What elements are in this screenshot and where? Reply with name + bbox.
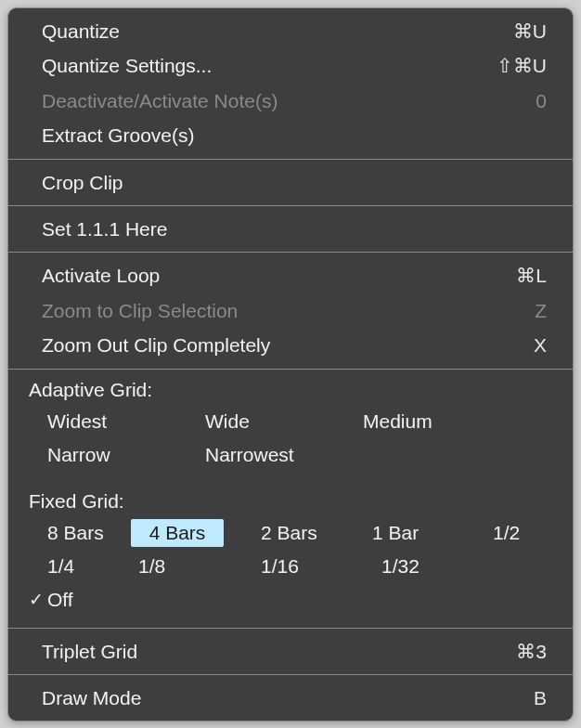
grid-option-2bars[interactable]: 2 Bars bbox=[224, 519, 344, 547]
fixed-grid-group: Fixed Grid: 8 Bars 4 Bars 2 Bars 1 Bar 1… bbox=[8, 477, 573, 622]
menu-section-crop: Crop Clip bbox=[8, 160, 573, 206]
menu-item-quantize-settings[interactable]: Quantize Settings... ⇧⌘U bbox=[8, 48, 573, 83]
menu-item-quantize[interactable]: Quantize ⌘U bbox=[8, 14, 573, 48]
grid-option-quarter[interactable]: 1/4 bbox=[29, 552, 131, 580]
menu-shortcut: X bbox=[534, 332, 547, 358]
menu-label: Deactivate/Activate Note(s) bbox=[42, 87, 278, 114]
grid-option-narrow[interactable]: Narrow bbox=[29, 441, 187, 469]
menu-section-quantize: Quantize ⌘U Quantize Settings... ⇧⌘U Dea… bbox=[8, 8, 573, 160]
menu-label: Set 1.1.1 Here bbox=[42, 215, 167, 242]
menu-item-crop-clip[interactable]: Crop Clip bbox=[8, 165, 573, 200]
menu-section-triplet: Triplet Grid ⌘3 bbox=[8, 629, 573, 675]
adaptive-grid-group: Adaptive Grid: Widest Wide Medium Narrow… bbox=[8, 375, 573, 477]
menu-item-extract-groove[interactable]: Extract Groove(s) bbox=[8, 118, 573, 152]
menu-item-zoom-selection: Zoom to Clip Selection Z bbox=[8, 293, 573, 328]
grid-option-wide[interactable]: Wide bbox=[187, 408, 344, 436]
grid-option-narrowest[interactable]: Narrowest bbox=[187, 441, 344, 469]
grid-option-off[interactable]: Off bbox=[29, 586, 131, 614]
menu-shortcut: 0 bbox=[536, 87, 547, 114]
menu-item-zoom-out[interactable]: Zoom Out Clip Completely X bbox=[8, 328, 573, 362]
menu-item-activate-loop[interactable]: Activate Loop ⌘L bbox=[8, 258, 573, 292]
fixed-grid-label: Fixed Grid: bbox=[8, 487, 573, 516]
grid-option-8bars[interactable]: 8 Bars bbox=[29, 519, 131, 547]
adaptive-grid-label: Adaptive Grid: bbox=[8, 375, 573, 405]
grid-option-half[interactable]: 1/2 bbox=[465, 519, 539, 547]
grid-option-sixteenth[interactable]: 1/16 bbox=[252, 552, 363, 580]
menu-section-zoom: Activate Loop ⌘L Zoom to Clip Selection … bbox=[8, 253, 573, 369]
grid-option-eighth[interactable]: 1/8 bbox=[131, 552, 252, 580]
grid-option-medium[interactable]: Medium bbox=[344, 408, 502, 436]
menu-section-set111: Set 1.1.1 Here bbox=[8, 206, 573, 253]
menu-label: Triplet Grid bbox=[42, 638, 137, 665]
menu-label: Crop Clip bbox=[42, 169, 123, 196]
menu-label: Activate Loop bbox=[42, 262, 160, 289]
menu-item-triplet-grid[interactable]: Triplet Grid ⌘3 bbox=[8, 634, 573, 669]
grid-option-thirtysecond[interactable]: 1/32 bbox=[363, 552, 474, 580]
grid-option-1bar[interactable]: 1 Bar bbox=[344, 519, 465, 547]
menu-shortcut: B bbox=[534, 684, 547, 711]
grid-option-4bars[interactable]: 4 Bars bbox=[131, 519, 224, 547]
grid-option-widest[interactable]: Widest bbox=[29, 408, 187, 436]
menu-label: Quantize Settings... bbox=[42, 52, 212, 79]
menu-shortcut: ⌘L bbox=[516, 262, 547, 289]
menu-shortcut: ⌘U bbox=[513, 18, 547, 45]
menu-item-draw-mode[interactable]: Draw Mode B bbox=[8, 681, 573, 715]
menu-label: Extract Groove(s) bbox=[42, 122, 195, 149]
menu-section-grids: Adaptive Grid: Widest Wide Medium Narrow… bbox=[8, 370, 573, 629]
menu-label: Quantize bbox=[42, 18, 120, 45]
menu-section-draw: Draw Mode B bbox=[8, 675, 573, 721]
menu-shortcut: ⇧⌘U bbox=[497, 52, 547, 79]
context-menu: Quantize ⌘U Quantize Settings... ⇧⌘U Dea… bbox=[7, 7, 574, 722]
menu-label: Zoom to Clip Selection bbox=[42, 297, 238, 324]
menu-shortcut: ⌘3 bbox=[516, 638, 547, 665]
menu-label: Zoom Out Clip Completely bbox=[42, 332, 270, 358]
menu-shortcut: Z bbox=[535, 297, 547, 324]
menu-item-set-111[interactable]: Set 1.1.1 Here bbox=[8, 212, 573, 246]
menu-item-deactivate-notes: Deactivate/Activate Note(s) 0 bbox=[8, 84, 573, 118]
menu-label: Draw Mode bbox=[42, 684, 141, 711]
